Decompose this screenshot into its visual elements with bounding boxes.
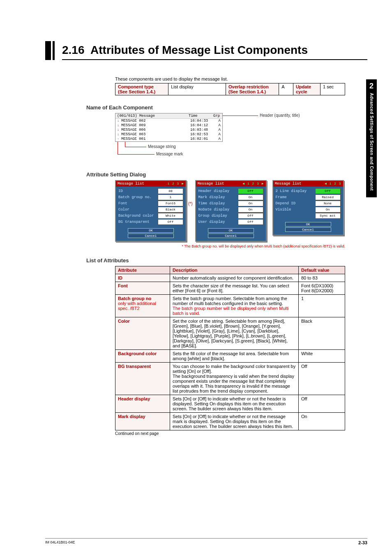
attr-default: Black xyxy=(299,317,345,350)
dialog-pager[interactable]: ◀ 1 2 3 xyxy=(325,182,341,186)
attr-desc: You can choose to make the background co… xyxy=(170,363,299,395)
attr-default: Off xyxy=(299,363,345,395)
dialog-field-label: Background color xyxy=(118,213,158,218)
dialog-field-value[interactable]: Font6 xyxy=(158,201,183,206)
dialog-title: Message list xyxy=(275,182,302,186)
dialog-field-value[interactable]: On xyxy=(238,207,263,213)
attribute-dialog: Message list1 2 3 ▶ID80Batch group no.1F… xyxy=(115,180,187,242)
dialog-field-value[interactable]: Raised xyxy=(315,194,341,200)
dialog-field-row: VisibleOn xyxy=(276,207,341,213)
attr-name: ID xyxy=(115,274,170,282)
message-time: 16:04:12 xyxy=(190,123,215,128)
attr-default: Font 6(DX1000) Font 8(DX2000) xyxy=(299,282,345,295)
attr-desc: Sets the batch group number. Selectable … xyxy=(170,295,299,317)
message-group: A xyxy=(215,137,221,141)
dialog-field-row: BG transparentOff xyxy=(118,219,183,225)
ok-button[interactable]: OK xyxy=(128,228,174,233)
heading-ornament-thin xyxy=(53,41,55,60)
dialog-field-value[interactable]: White xyxy=(158,213,183,219)
dialog-field-value[interactable]: 80 xyxy=(158,188,183,194)
attribute-row: Background colorSets the fill color of t… xyxy=(115,350,345,363)
cancel-button[interactable]: Cancel xyxy=(208,234,254,238)
message-row: ·MESSAGE 00116:02:01A xyxy=(115,137,222,141)
ok-button[interactable]: OK xyxy=(208,228,254,233)
dialog-field-value[interactable]: Black xyxy=(158,207,183,213)
heading-ornament-thick xyxy=(45,41,51,60)
attribute-row: Header displaySets [On] or [Off] to indi… xyxy=(115,395,345,413)
dialog-title: Message list xyxy=(118,182,144,186)
dialog-pager[interactable]: 1 2 3 ▶ xyxy=(167,182,184,186)
mini-label-1: Component type (See Section 1.4.) xyxy=(115,83,168,95)
intro-text: These components are used to display the… xyxy=(115,76,345,81)
dialog-title-bar: Message list◀ 1 2 3 xyxy=(273,181,343,187)
dialog-field-value[interactable]: On xyxy=(315,207,341,213)
dialog-field-value[interactable]: 1 xyxy=(158,194,183,200)
attr-name: Background color xyxy=(115,350,170,363)
dialog-title: Message list xyxy=(198,182,224,186)
dialog-title-bar: Message list◀ 1 2 3 ▶ xyxy=(196,181,266,187)
dialog-field-row: User displayOff xyxy=(198,219,263,225)
attribute-dialog: Message list◀ 1 2 32 Line displayOffFram… xyxy=(272,180,344,236)
cancel-button[interactable]: Cancel xyxy=(128,234,174,238)
message-group: A xyxy=(215,128,221,132)
dialog-field-label: Batch group no. xyxy=(118,195,158,200)
attribute-row: FontSets the character size of the messa… xyxy=(115,282,345,295)
dialog-field-value[interactable]: On xyxy=(238,201,263,206)
component-summary-table: Component type (See Section 1.4.) List d… xyxy=(115,83,345,95)
message-group: A xyxy=(215,123,221,128)
attr-name: BG transparent xyxy=(115,363,170,395)
callout-string: Message string xyxy=(148,144,176,149)
dialog-field-row: ColorBlack xyxy=(118,207,183,213)
section-attr-dialog: Attribute Setting Dialog xyxy=(86,171,345,178)
dialog-field-label: Depend ID xyxy=(276,201,315,206)
message-header-time: Time xyxy=(189,114,213,118)
callout-header: Header (quantity, title) xyxy=(260,113,300,118)
dialog-field-label: NoDate display xyxy=(198,207,238,212)
message-string: MESSAGE 009 xyxy=(121,123,190,128)
message-time: 16:02:01 xyxy=(190,137,215,141)
dialog-field-value[interactable]: Off xyxy=(238,188,263,194)
attr-name: Header display xyxy=(115,395,170,413)
chapter-title-vertical: Advanced Settings of Screen and Componen… xyxy=(369,93,374,191)
dialog-field-row: FontFont6 xyxy=(118,201,183,206)
dialog-field-label: 2 Line display xyxy=(276,189,315,194)
dialogs-row: Message list1 2 3 ▶ID80Batch group no.1F… xyxy=(115,180,345,242)
dialog-field-value[interactable]: Off xyxy=(238,213,263,219)
message-group: A xyxy=(215,132,221,137)
dialog-field-row: Batch group no.1 xyxy=(118,194,183,200)
dialog-field-label: Time display xyxy=(198,201,238,206)
dialog-field-value[interactable]: Off xyxy=(158,219,183,225)
dialog-field-row: Header displayOff xyxy=(198,188,263,194)
message-mark-icon: ↓ xyxy=(117,119,121,123)
message-group: A xyxy=(215,119,221,123)
attribute-row: Mark displaySets [On] or [Off] to indica… xyxy=(115,413,345,430)
message-header-grp: Grp xyxy=(213,114,221,118)
attr-name: Color xyxy=(115,317,170,350)
dialog-field-row: Group displayOff xyxy=(198,213,263,219)
message-time: 16:02:53 xyxy=(190,132,215,137)
attr-name: Batch group noonly with additional spec.… xyxy=(115,295,170,317)
dialog-field-value[interactable]: On xyxy=(238,194,263,200)
dialog-field-value[interactable]: Sync act xyxy=(315,213,341,219)
attr-desc: Sets [On] or [Off] to indicate whether o… xyxy=(170,413,299,430)
dialog-field-row: 2 Line displayOff xyxy=(276,188,341,194)
attrs-th-def: Default value xyxy=(299,266,345,274)
ok-button[interactable]: OK xyxy=(285,222,331,227)
dialog-pager[interactable]: ◀ 1 2 3 ▶ xyxy=(242,182,264,186)
dialog-field-value[interactable]: None xyxy=(315,201,341,206)
dialog-field-value[interactable]: Off xyxy=(315,188,341,194)
heading-text: 2.16 Attributes of Message List Componen… xyxy=(62,41,367,60)
message-time: 16:03:48 xyxy=(190,128,215,132)
section-name-of-each: Name of Each Component xyxy=(86,104,345,111)
attribute-row: BG transparentYou can choose to make the… xyxy=(115,363,345,395)
mini-label-3: Update cycle xyxy=(293,83,320,95)
message-mark-icon: ↓ xyxy=(117,132,121,137)
mini-value-1: List display xyxy=(168,83,226,95)
message-string: MESSAGE 001 xyxy=(121,137,190,141)
message-row: ↓MESSAGE 00616:03:48A xyxy=(115,128,222,132)
dialog-field-row: Time displayOn xyxy=(198,201,263,206)
dialog-field-value[interactable]: Off xyxy=(238,219,263,225)
dialog-field-label: User display xyxy=(198,220,238,224)
attr-desc: Set the color of the string. Selectable … xyxy=(170,317,299,350)
cancel-button[interactable]: Cancel xyxy=(285,227,331,232)
